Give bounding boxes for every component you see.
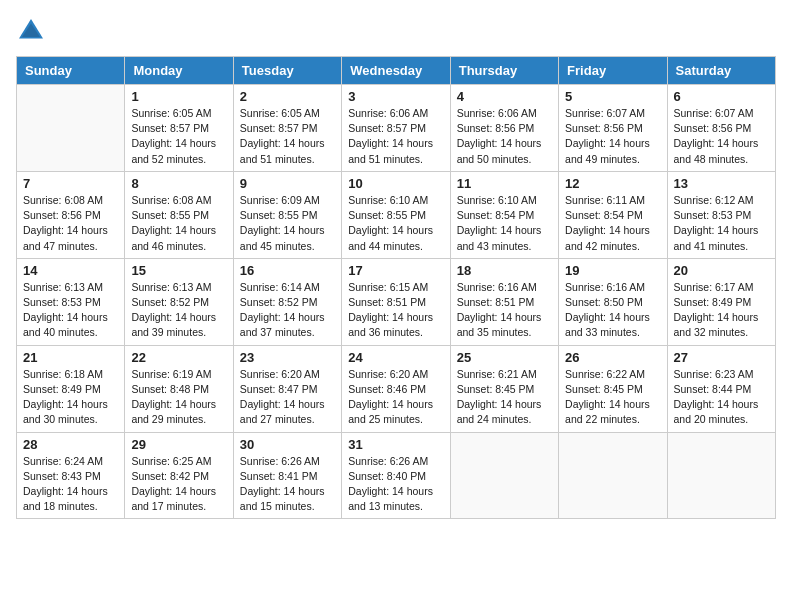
day-number: 11 bbox=[457, 176, 552, 191]
day-number: 12 bbox=[565, 176, 660, 191]
calendar-cell: 21Sunrise: 6:18 AM Sunset: 8:49 PM Dayli… bbox=[17, 345, 125, 432]
calendar-cell: 25Sunrise: 6:21 AM Sunset: 8:45 PM Dayli… bbox=[450, 345, 558, 432]
cell-content: Sunrise: 6:06 AM Sunset: 8:57 PM Dayligh… bbox=[348, 106, 443, 167]
day-number: 29 bbox=[131, 437, 226, 452]
cell-content: Sunrise: 6:16 AM Sunset: 8:51 PM Dayligh… bbox=[457, 280, 552, 341]
header bbox=[16, 16, 776, 46]
day-number: 18 bbox=[457, 263, 552, 278]
cell-content: Sunrise: 6:06 AM Sunset: 8:56 PM Dayligh… bbox=[457, 106, 552, 167]
calendar-cell: 11Sunrise: 6:10 AM Sunset: 8:54 PM Dayli… bbox=[450, 171, 558, 258]
day-header-wednesday: Wednesday bbox=[342, 57, 450, 85]
day-header-saturday: Saturday bbox=[667, 57, 775, 85]
day-number: 20 bbox=[674, 263, 769, 278]
cell-content: Sunrise: 6:13 AM Sunset: 8:52 PM Dayligh… bbox=[131, 280, 226, 341]
calendar-cell: 22Sunrise: 6:19 AM Sunset: 8:48 PM Dayli… bbox=[125, 345, 233, 432]
cell-content: Sunrise: 6:24 AM Sunset: 8:43 PM Dayligh… bbox=[23, 454, 118, 515]
calendar: SundayMondayTuesdayWednesdayThursdayFrid… bbox=[16, 56, 776, 519]
cell-content: Sunrise: 6:11 AM Sunset: 8:54 PM Dayligh… bbox=[565, 193, 660, 254]
cell-content: Sunrise: 6:16 AM Sunset: 8:50 PM Dayligh… bbox=[565, 280, 660, 341]
cell-content: Sunrise: 6:08 AM Sunset: 8:55 PM Dayligh… bbox=[131, 193, 226, 254]
day-number: 1 bbox=[131, 89, 226, 104]
day-number: 31 bbox=[348, 437, 443, 452]
calendar-cell: 13Sunrise: 6:12 AM Sunset: 8:53 PM Dayli… bbox=[667, 171, 775, 258]
day-number: 27 bbox=[674, 350, 769, 365]
calendar-cell: 1Sunrise: 6:05 AM Sunset: 8:57 PM Daylig… bbox=[125, 85, 233, 172]
calendar-cell: 4Sunrise: 6:06 AM Sunset: 8:56 PM Daylig… bbox=[450, 85, 558, 172]
day-number: 8 bbox=[131, 176, 226, 191]
calendar-cell: 2Sunrise: 6:05 AM Sunset: 8:57 PM Daylig… bbox=[233, 85, 341, 172]
calendar-cell: 20Sunrise: 6:17 AM Sunset: 8:49 PM Dayli… bbox=[667, 258, 775, 345]
calendar-cell: 17Sunrise: 6:15 AM Sunset: 8:51 PM Dayli… bbox=[342, 258, 450, 345]
day-number: 28 bbox=[23, 437, 118, 452]
day-number: 26 bbox=[565, 350, 660, 365]
day-header-thursday: Thursday bbox=[450, 57, 558, 85]
week-row-1: 1Sunrise: 6:05 AM Sunset: 8:57 PM Daylig… bbox=[17, 85, 776, 172]
cell-content: Sunrise: 6:17 AM Sunset: 8:49 PM Dayligh… bbox=[674, 280, 769, 341]
cell-content: Sunrise: 6:18 AM Sunset: 8:49 PM Dayligh… bbox=[23, 367, 118, 428]
day-number: 14 bbox=[23, 263, 118, 278]
cell-content: Sunrise: 6:14 AM Sunset: 8:52 PM Dayligh… bbox=[240, 280, 335, 341]
cell-content: Sunrise: 6:09 AM Sunset: 8:55 PM Dayligh… bbox=[240, 193, 335, 254]
calendar-cell: 26Sunrise: 6:22 AM Sunset: 8:45 PM Dayli… bbox=[559, 345, 667, 432]
day-number: 15 bbox=[131, 263, 226, 278]
cell-content: Sunrise: 6:10 AM Sunset: 8:55 PM Dayligh… bbox=[348, 193, 443, 254]
calendar-cell bbox=[17, 85, 125, 172]
day-number: 13 bbox=[674, 176, 769, 191]
calendar-cell: 15Sunrise: 6:13 AM Sunset: 8:52 PM Dayli… bbox=[125, 258, 233, 345]
cell-content: Sunrise: 6:07 AM Sunset: 8:56 PM Dayligh… bbox=[565, 106, 660, 167]
day-header-friday: Friday bbox=[559, 57, 667, 85]
cell-content: Sunrise: 6:10 AM Sunset: 8:54 PM Dayligh… bbox=[457, 193, 552, 254]
day-number: 9 bbox=[240, 176, 335, 191]
calendar-cell: 8Sunrise: 6:08 AM Sunset: 8:55 PM Daylig… bbox=[125, 171, 233, 258]
calendar-cell: 28Sunrise: 6:24 AM Sunset: 8:43 PM Dayli… bbox=[17, 432, 125, 519]
calendar-cell: 27Sunrise: 6:23 AM Sunset: 8:44 PM Dayli… bbox=[667, 345, 775, 432]
logo-icon bbox=[16, 16, 46, 46]
calendar-cell: 31Sunrise: 6:26 AM Sunset: 8:40 PM Dayli… bbox=[342, 432, 450, 519]
day-header-monday: Monday bbox=[125, 57, 233, 85]
cell-content: Sunrise: 6:26 AM Sunset: 8:41 PM Dayligh… bbox=[240, 454, 335, 515]
day-number: 7 bbox=[23, 176, 118, 191]
week-row-2: 7Sunrise: 6:08 AM Sunset: 8:56 PM Daylig… bbox=[17, 171, 776, 258]
calendar-cell: 24Sunrise: 6:20 AM Sunset: 8:46 PM Dayli… bbox=[342, 345, 450, 432]
week-row-3: 14Sunrise: 6:13 AM Sunset: 8:53 PM Dayli… bbox=[17, 258, 776, 345]
calendar-cell bbox=[450, 432, 558, 519]
cell-content: Sunrise: 6:13 AM Sunset: 8:53 PM Dayligh… bbox=[23, 280, 118, 341]
day-number: 22 bbox=[131, 350, 226, 365]
calendar-cell: 3Sunrise: 6:06 AM Sunset: 8:57 PM Daylig… bbox=[342, 85, 450, 172]
cell-content: Sunrise: 6:07 AM Sunset: 8:56 PM Dayligh… bbox=[674, 106, 769, 167]
day-number: 17 bbox=[348, 263, 443, 278]
cell-content: Sunrise: 6:23 AM Sunset: 8:44 PM Dayligh… bbox=[674, 367, 769, 428]
calendar-header-row: SundayMondayTuesdayWednesdayThursdayFrid… bbox=[17, 57, 776, 85]
calendar-cell: 12Sunrise: 6:11 AM Sunset: 8:54 PM Dayli… bbox=[559, 171, 667, 258]
day-number: 21 bbox=[23, 350, 118, 365]
day-number: 6 bbox=[674, 89, 769, 104]
week-row-5: 28Sunrise: 6:24 AM Sunset: 8:43 PM Dayli… bbox=[17, 432, 776, 519]
cell-content: Sunrise: 6:22 AM Sunset: 8:45 PM Dayligh… bbox=[565, 367, 660, 428]
day-number: 19 bbox=[565, 263, 660, 278]
day-number: 30 bbox=[240, 437, 335, 452]
day-number: 16 bbox=[240, 263, 335, 278]
calendar-cell: 5Sunrise: 6:07 AM Sunset: 8:56 PM Daylig… bbox=[559, 85, 667, 172]
calendar-cell: 29Sunrise: 6:25 AM Sunset: 8:42 PM Dayli… bbox=[125, 432, 233, 519]
day-number: 4 bbox=[457, 89, 552, 104]
day-number: 23 bbox=[240, 350, 335, 365]
calendar-cell: 16Sunrise: 6:14 AM Sunset: 8:52 PM Dayli… bbox=[233, 258, 341, 345]
calendar-cell: 19Sunrise: 6:16 AM Sunset: 8:50 PM Dayli… bbox=[559, 258, 667, 345]
day-number: 25 bbox=[457, 350, 552, 365]
cell-content: Sunrise: 6:26 AM Sunset: 8:40 PM Dayligh… bbox=[348, 454, 443, 515]
cell-content: Sunrise: 6:12 AM Sunset: 8:53 PM Dayligh… bbox=[674, 193, 769, 254]
cell-content: Sunrise: 6:05 AM Sunset: 8:57 PM Dayligh… bbox=[240, 106, 335, 167]
cell-content: Sunrise: 6:20 AM Sunset: 8:46 PM Dayligh… bbox=[348, 367, 443, 428]
day-number: 10 bbox=[348, 176, 443, 191]
cell-content: Sunrise: 6:25 AM Sunset: 8:42 PM Dayligh… bbox=[131, 454, 226, 515]
cell-content: Sunrise: 6:08 AM Sunset: 8:56 PM Dayligh… bbox=[23, 193, 118, 254]
week-row-4: 21Sunrise: 6:18 AM Sunset: 8:49 PM Dayli… bbox=[17, 345, 776, 432]
calendar-cell: 9Sunrise: 6:09 AM Sunset: 8:55 PM Daylig… bbox=[233, 171, 341, 258]
cell-content: Sunrise: 6:19 AM Sunset: 8:48 PM Dayligh… bbox=[131, 367, 226, 428]
day-number: 24 bbox=[348, 350, 443, 365]
cell-content: Sunrise: 6:15 AM Sunset: 8:51 PM Dayligh… bbox=[348, 280, 443, 341]
cell-content: Sunrise: 6:20 AM Sunset: 8:47 PM Dayligh… bbox=[240, 367, 335, 428]
calendar-cell: 7Sunrise: 6:08 AM Sunset: 8:56 PM Daylig… bbox=[17, 171, 125, 258]
calendar-cell bbox=[559, 432, 667, 519]
day-number: 5 bbox=[565, 89, 660, 104]
